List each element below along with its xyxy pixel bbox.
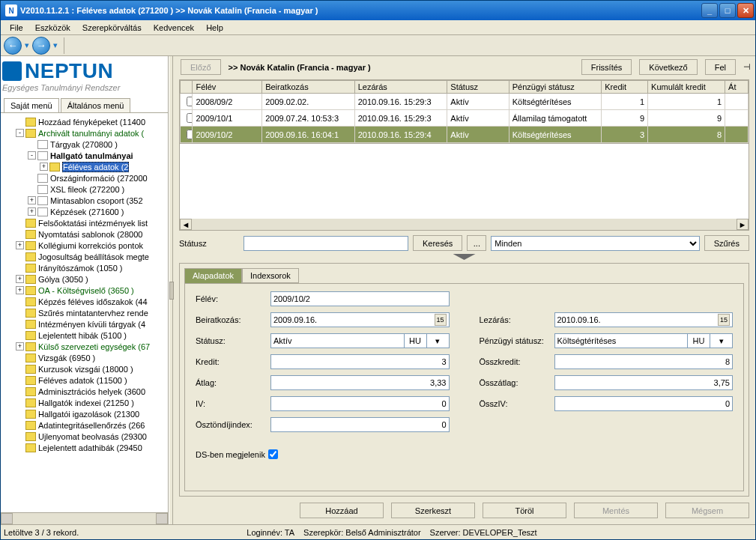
tree-expander-icon[interactable]: + <box>28 196 36 204</box>
back-dropdown-icon[interactable]: ▾ <box>25 40 29 50</box>
tree-item[interactable]: +Mintasablon csoport (352 <box>1 195 168 206</box>
tree-expander-icon[interactable]: + <box>40 163 48 171</box>
atlag-field[interactable]: 3,33 <box>270 375 450 390</box>
tree-item[interactable]: Hozzáad fényképeket (11400 <box>1 116 168 127</box>
tree-item[interactable]: Adatintegritásellenőrzés (266 <box>1 419 168 431</box>
tree-item[interactable]: +Képzések (271600 ) <box>1 206 168 217</box>
grid-hscroll[interactable]: ◄ ► <box>179 219 749 231</box>
ossziv-field[interactable]: 0 <box>554 396 734 411</box>
minimize-button[interactable]: _ <box>701 3 718 18</box>
pstatusz-dropdown-icon[interactable]: ▾ <box>710 333 733 348</box>
tree-item[interactable]: -Hallgató tanulmányai <box>1 150 168 161</box>
save-button[interactable]: Mentés <box>574 503 658 518</box>
splitter-handle[interactable] <box>169 282 174 300</box>
tab-indexsorok[interactable]: Indexsorok <box>242 268 299 283</box>
tree-item[interactable]: Féléves adatok (11500 ) <box>1 374 168 386</box>
osszkredit-field[interactable]: 8 <box>554 354 734 369</box>
tree-item[interactable]: Vizsgák (6950 ) <box>1 352 168 363</box>
grid-col-header[interactable]: Pénzügyi státusz <box>509 81 602 94</box>
search-button[interactable]: Keresés <box>413 235 462 251</box>
maximize-button[interactable]: □ <box>719 3 736 18</box>
grid-scroll-right[interactable]: ► <box>737 219 749 230</box>
row-checkbox[interactable] <box>187 97 193 106</box>
tree-item[interactable]: Országinformáció (272000 <box>1 172 168 183</box>
kredit-field[interactable]: 3 <box>270 354 450 369</box>
grid-col-header[interactable]: Át <box>725 81 749 94</box>
scroll-left-button[interactable] <box>1 513 13 524</box>
tree-item[interactable]: Képzés féléves időszakok (44 <box>1 296 168 307</box>
tree-expander-icon[interactable]: + <box>16 275 24 283</box>
table-row[interactable]: 2009/10/22009.09.16. 16:04:12010.09.16. … <box>181 127 749 143</box>
grid-col-header[interactable]: Kredit <box>602 81 648 94</box>
data-grid[interactable]: FélévBeiratkozásLezárásStátuszPénzügyi s… <box>179 79 749 144</box>
close-button[interactable]: ✕ <box>737 3 754 18</box>
menu-help[interactable]: Help <box>200 22 229 34</box>
tree-item[interactable]: +Gólya (3050 ) <box>1 273 168 285</box>
horizontal-splitter[interactable] <box>175 254 754 260</box>
next-button[interactable]: Következő <box>639 59 697 75</box>
forward-dropdown-icon[interactable]: ▾ <box>53 40 58 50</box>
prev-button[interactable]: Előző <box>181 59 221 75</box>
back-button[interactable]: ← <box>4 37 22 55</box>
delete-button[interactable]: Töröl <box>483 503 566 518</box>
tree-item[interactable]: Hallgatók indexei (21250 ) <box>1 397 168 408</box>
cancel-button[interactable]: Mégsem <box>665 503 749 518</box>
tree-item[interactable]: Intézményen kívüli tárgyak (4 <box>1 318 168 330</box>
menu-tools[interactable]: Eszközök <box>29 22 76 34</box>
tree-item[interactable]: Ujlenyomat beolvasás (29300 <box>1 431 168 442</box>
tree-item[interactable]: Adminisztrációs helyek (3600 <box>1 386 168 397</box>
tree-item[interactable]: +Féléves adatok (2 <box>1 161 168 172</box>
table-row[interactable]: 2009/10/12009.07.24. 10:53:32010.09.16. … <box>181 110 749 127</box>
tab-alapadatok[interactable]: Alapadatok <box>184 268 242 283</box>
tree-item[interactable]: -Archivált tanulmányi adatok ( <box>1 127 168 139</box>
tree-item[interactable]: Lejelentett hibák (5100 ) <box>1 330 168 341</box>
scroll-track[interactable] <box>13 513 156 524</box>
tree-expander-icon[interactable]: - <box>28 151 36 160</box>
tree-expander-icon[interactable]: + <box>28 207 36 216</box>
tree-item[interactable]: Szűrés mintatantervhez rende <box>1 307 168 318</box>
tree-item[interactable]: Kurzusok vizsgái (18000 ) <box>1 363 168 374</box>
calendar-icon[interactable]: 15 <box>435 314 447 326</box>
scroll-right-button[interactable] <box>156 513 168 524</box>
add-button[interactable]: Hozzáad <box>300 503 384 518</box>
tab-own-menu[interactable]: Saját menü <box>4 98 59 112</box>
refresh-button[interactable]: Frissítés <box>581 59 632 75</box>
statusz-dropdown-icon[interactable]: ▾ <box>427 333 450 348</box>
beiratkozas-field[interactable]: 2009.09.16.15 <box>270 312 450 327</box>
menu-role[interactable]: Szerepkörváltás <box>76 22 148 34</box>
tree-item[interactable]: Hallgatói igazolások (21300 <box>1 408 168 419</box>
osszatlag-field[interactable]: 3,75 <box>554 375 734 390</box>
tree-item[interactable]: Irányítószámok (1050 ) <box>1 262 168 273</box>
tree-item[interactable]: Jogosultság beállítások megte <box>1 251 168 262</box>
grid-check-header[interactable] <box>181 81 193 94</box>
table-row[interactable]: 2008/09/22009.02.02.2010.09.16. 15:29:3A… <box>181 94 749 110</box>
search-input[interactable] <box>244 236 408 251</box>
statusz-lang[interactable]: HU <box>405 333 427 348</box>
forward-button[interactable]: → <box>32 37 50 55</box>
menu-tree[interactable]: Hozzáad fényképeket (11400-Archivált tan… <box>1 113 168 512</box>
tree-expander-icon[interactable]: + <box>16 286 24 294</box>
grid-col-header[interactable]: Beiratkozás <box>262 81 355 94</box>
tree-item[interactable]: Felsőoktatási intézmények list <box>1 217 168 228</box>
tree-expander-icon[interactable]: + <box>16 342 24 351</box>
tree-item[interactable]: Nyomtatási sablonok (28000 <box>1 228 168 240</box>
grid-col-header[interactable]: Státusz <box>447 81 509 94</box>
grid-scroll-left[interactable]: ◄ <box>180 219 192 230</box>
edit-button[interactable]: Szerkeszt <box>391 503 475 518</box>
tree-item[interactable]: +Kollégiumi korrekciós pontok <box>1 240 168 251</box>
tree-item[interactable]: +Külső szervezeti egységek (67 <box>1 341 168 352</box>
grid-col-header[interactable]: Lezárás <box>354 81 447 94</box>
scope-select[interactable]: Minden <box>491 236 699 251</box>
vertical-splitter[interactable] <box>169 56 173 524</box>
pin-icon[interactable]: ⊣ <box>743 62 751 72</box>
tree-item[interactable]: +OA - Költségviselő (3650 ) <box>1 285 168 296</box>
filter-button[interactable]: Szűrés <box>704 235 749 251</box>
pstatusz-lang[interactable]: HU <box>688 333 710 348</box>
grid-col-header[interactable]: Kumulált kredit <box>648 81 725 94</box>
tree-item[interactable]: Tárgyak (270800 ) <box>1 139 168 150</box>
tab-general-menu[interactable]: Általános menü <box>61 98 131 112</box>
osztondij-field[interactable]: 0 <box>270 417 450 432</box>
tree-item[interactable]: XSL fileok (272200 ) <box>1 183 168 195</box>
grid-scroll-track[interactable] <box>192 219 737 230</box>
tree-expander-icon[interactable]: + <box>16 241 24 249</box>
